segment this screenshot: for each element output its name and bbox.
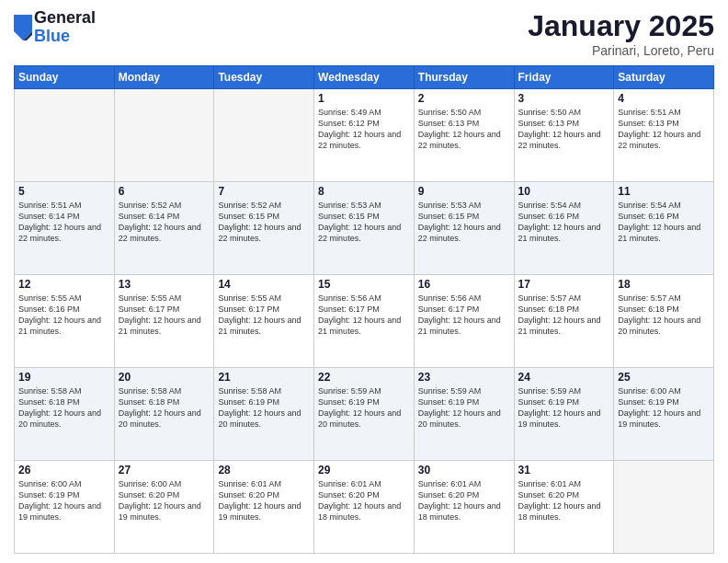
day-number: 28 (218, 464, 310, 477)
day-number: 20 (119, 371, 210, 384)
day-info: Sunrise: 5:55 AM Sunset: 6:16 PM Dayligh… (18, 293, 110, 338)
table-cell: 31Sunrise: 6:01 AM Sunset: 6:20 PM Dayli… (514, 461, 614, 554)
week-row-5: 26Sunrise: 6:00 AM Sunset: 6:19 PM Dayli… (15, 461, 714, 554)
table-cell: 19Sunrise: 5:58 AM Sunset: 6:18 PM Dayli… (15, 368, 115, 461)
table-cell: 10Sunrise: 5:54 AM Sunset: 6:16 PM Dayli… (514, 182, 614, 275)
table-cell: 8Sunrise: 5:53 AM Sunset: 6:15 PM Daylig… (314, 182, 415, 275)
calendar-page: General Blue January 2025 Parinari, Lore… (0, 0, 728, 563)
table-cell: 7Sunrise: 5:52 AM Sunset: 6:15 PM Daylig… (214, 182, 314, 275)
day-number: 26 (18, 464, 110, 477)
weekday-header-row: Sunday Monday Tuesday Wednesday Thursday… (15, 66, 714, 89)
table-cell (114, 89, 214, 182)
day-info: Sunrise: 5:59 AM Sunset: 6:19 PM Dayligh… (418, 385, 510, 431)
day-number: 10 (518, 185, 610, 198)
table-cell: 27Sunrise: 6:00 AM Sunset: 6:20 PM Dayli… (114, 461, 214, 554)
table-cell: 11Sunrise: 5:54 AM Sunset: 6:16 PM Dayli… (614, 182, 714, 275)
table-cell: 20Sunrise: 5:58 AM Sunset: 6:18 PM Dayli… (114, 368, 214, 461)
day-number: 22 (318, 371, 410, 384)
day-info: Sunrise: 5:55 AM Sunset: 6:17 PM Dayligh… (119, 293, 210, 338)
day-number: 15 (318, 278, 410, 291)
table-cell: 17Sunrise: 5:57 AM Sunset: 6:18 PM Dayli… (514, 275, 614, 368)
table-cell: 12Sunrise: 5:55 AM Sunset: 6:16 PM Dayli… (15, 275, 115, 368)
day-number: 6 (119, 185, 210, 198)
title-area: January 2025 Parinari, Loreto, Peru (528, 9, 714, 58)
day-number: 19 (18, 371, 110, 384)
header-monday: Monday (114, 66, 214, 89)
calendar-subtitle: Parinari, Loreto, Peru (528, 43, 714, 58)
day-number: 2 (418, 92, 510, 105)
day-number: 7 (218, 185, 310, 198)
table-cell: 30Sunrise: 6:01 AM Sunset: 6:20 PM Dayli… (414, 461, 514, 554)
table-cell: 24Sunrise: 5:59 AM Sunset: 6:19 PM Dayli… (514, 368, 614, 461)
day-info: Sunrise: 5:57 AM Sunset: 6:18 PM Dayligh… (618, 293, 710, 338)
day-info: Sunrise: 5:54 AM Sunset: 6:16 PM Dayligh… (518, 200, 610, 245)
logo: General Blue (14, 9, 96, 46)
day-info: Sunrise: 5:54 AM Sunset: 6:16 PM Dayligh… (618, 200, 710, 245)
table-cell: 28Sunrise: 6:01 AM Sunset: 6:20 PM Dayli… (214, 461, 314, 554)
day-info: Sunrise: 6:01 AM Sunset: 6:20 PM Dayligh… (418, 478, 510, 523)
day-info: Sunrise: 5:52 AM Sunset: 6:14 PM Dayligh… (119, 200, 210, 245)
day-number: 4 (618, 92, 710, 105)
table-cell: 5Sunrise: 5:51 AM Sunset: 6:14 PM Daylig… (15, 182, 115, 275)
day-number: 9 (418, 185, 510, 198)
week-row-2: 5Sunrise: 5:51 AM Sunset: 6:14 PM Daylig… (15, 182, 714, 275)
day-number: 13 (119, 278, 210, 291)
table-cell: 21Sunrise: 5:58 AM Sunset: 6:19 PM Dayli… (214, 368, 314, 461)
logo-general: General (34, 9, 96, 28)
day-number: 18 (618, 278, 710, 291)
table-cell: 9Sunrise: 5:53 AM Sunset: 6:15 PM Daylig… (414, 182, 514, 275)
day-info: Sunrise: 5:58 AM Sunset: 6:19 PM Dayligh… (218, 385, 310, 431)
table-cell: 26Sunrise: 6:00 AM Sunset: 6:19 PM Dayli… (15, 461, 115, 554)
day-info: Sunrise: 6:01 AM Sunset: 6:20 PM Dayligh… (518, 478, 610, 523)
header-tuesday: Tuesday (214, 66, 314, 89)
day-info: Sunrise: 6:00 AM Sunset: 6:19 PM Dayligh… (18, 478, 110, 523)
calendar-title: January 2025 (528, 9, 714, 43)
header: General Blue January 2025 Parinari, Lore… (14, 9, 714, 58)
day-number: 30 (418, 464, 510, 477)
week-row-4: 19Sunrise: 5:58 AM Sunset: 6:18 PM Dayli… (15, 368, 714, 461)
header-saturday: Saturday (614, 66, 714, 89)
day-number: 29 (318, 464, 410, 477)
day-info: Sunrise: 5:53 AM Sunset: 6:15 PM Dayligh… (418, 200, 510, 245)
logo-icon (14, 15, 32, 40)
week-row-3: 12Sunrise: 5:55 AM Sunset: 6:16 PM Dayli… (15, 275, 714, 368)
week-row-1: 1Sunrise: 5:49 AM Sunset: 6:12 PM Daylig… (15, 89, 714, 182)
day-number: 11 (618, 185, 710, 198)
table-cell: 6Sunrise: 5:52 AM Sunset: 6:14 PM Daylig… (114, 182, 214, 275)
day-info: Sunrise: 6:01 AM Sunset: 6:20 PM Dayligh… (218, 478, 310, 523)
day-info: Sunrise: 5:59 AM Sunset: 6:19 PM Dayligh… (518, 385, 610, 431)
day-info: Sunrise: 6:00 AM Sunset: 6:20 PM Dayligh… (119, 478, 210, 523)
day-number: 3 (518, 92, 610, 105)
table-cell: 3Sunrise: 5:50 AM Sunset: 6:13 PM Daylig… (514, 89, 614, 182)
table-cell: 13Sunrise: 5:55 AM Sunset: 6:17 PM Dayli… (114, 275, 214, 368)
day-number: 31 (518, 464, 610, 477)
day-info: Sunrise: 5:53 AM Sunset: 6:15 PM Dayligh… (318, 200, 410, 245)
day-info: Sunrise: 5:49 AM Sunset: 6:12 PM Dayligh… (318, 107, 410, 152)
day-info: Sunrise: 5:51 AM Sunset: 6:14 PM Dayligh… (18, 200, 110, 245)
day-info: Sunrise: 5:59 AM Sunset: 6:19 PM Dayligh… (318, 385, 410, 431)
day-info: Sunrise: 5:58 AM Sunset: 6:18 PM Dayligh… (119, 385, 210, 431)
header-friday: Friday (514, 66, 614, 89)
table-cell: 14Sunrise: 5:55 AM Sunset: 6:17 PM Dayli… (214, 275, 314, 368)
day-number: 5 (18, 185, 110, 198)
table-cell: 29Sunrise: 6:01 AM Sunset: 6:20 PM Dayli… (314, 461, 415, 554)
table-cell: 4Sunrise: 5:51 AM Sunset: 6:13 PM Daylig… (614, 89, 714, 182)
day-number: 23 (418, 371, 510, 384)
header-wednesday: Wednesday (314, 66, 415, 89)
day-info: Sunrise: 5:57 AM Sunset: 6:18 PM Dayligh… (518, 293, 610, 338)
table-cell (614, 461, 714, 554)
day-info: Sunrise: 6:01 AM Sunset: 6:20 PM Dayligh… (318, 478, 410, 523)
table-cell: 22Sunrise: 5:59 AM Sunset: 6:19 PM Dayli… (314, 368, 415, 461)
table-cell (15, 89, 115, 182)
day-number: 12 (18, 278, 110, 291)
day-info: Sunrise: 5:51 AM Sunset: 6:13 PM Dayligh… (618, 107, 710, 152)
day-number: 24 (518, 371, 610, 384)
table-cell: 2Sunrise: 5:50 AM Sunset: 6:13 PM Daylig… (414, 89, 514, 182)
table-cell (214, 89, 314, 182)
day-number: 16 (418, 278, 510, 291)
day-number: 27 (119, 464, 210, 477)
day-info: Sunrise: 5:56 AM Sunset: 6:17 PM Dayligh… (318, 293, 410, 338)
day-number: 14 (218, 278, 310, 291)
day-number: 1 (318, 92, 410, 105)
day-info: Sunrise: 5:56 AM Sunset: 6:17 PM Dayligh… (418, 293, 510, 338)
